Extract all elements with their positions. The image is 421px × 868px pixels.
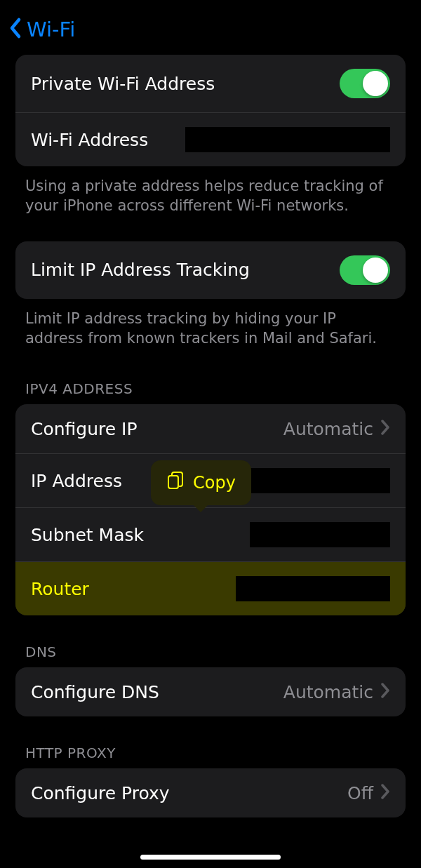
proxy-section-header: HTTP PROXY [15, 716, 406, 768]
chevron-right-icon [380, 683, 390, 701]
chevron-right-icon [380, 420, 390, 438]
configure-proxy-row[interactable]: Configure Proxy Off [15, 768, 406, 817]
copy-popover[interactable]: Copy [151, 460, 251, 505]
tracking-group: Limit IP Address Tracking [15, 241, 406, 299]
private-wifi-address-label: Private Wi-Fi Address [31, 74, 215, 94]
ipv4-section-header: IPV4 ADDRESS [15, 348, 406, 404]
limit-ip-tracking-label: Limit IP Address Tracking [31, 260, 250, 280]
dns-group: Configure DNS Automatic [15, 667, 406, 716]
home-indicator[interactable] [140, 855, 281, 860]
svg-rect-0 [168, 476, 178, 488]
back-button-label[interactable]: Wi-Fi [27, 18, 75, 41]
subnet-mask-row[interactable]: Subnet Mask [15, 507, 406, 561]
configure-ip-row[interactable]: Configure IP Automatic [15, 404, 406, 453]
chevron-right-icon [380, 784, 390, 802]
privacy-group: Private Wi-Fi Address Wi-Fi Address [15, 55, 406, 166]
nav-network-name [79, 18, 410, 41]
limit-ip-tracking-footer: Limit IP address tracking by hiding your… [15, 299, 406, 349]
router-label: Router [31, 579, 89, 599]
configure-proxy-value: Off [347, 783, 373, 803]
configure-dns-row[interactable]: Configure DNS Automatic [15, 667, 406, 716]
copy-label: Copy [193, 473, 236, 493]
private-wifi-address-row: Private Wi-Fi Address [15, 55, 406, 112]
configure-ip-value: Automatic [283, 419, 373, 439]
toggle-knob [363, 258, 388, 283]
subnet-mask-label: Subnet Mask [31, 525, 144, 545]
proxy-group: Configure Proxy Off [15, 768, 406, 817]
configure-ip-label: Configure IP [31, 419, 138, 439]
wifi-address-row[interactable]: Wi-Fi Address [15, 112, 406, 166]
wifi-address-label: Wi-Fi Address [31, 130, 148, 150]
router-value [236, 576, 390, 601]
redacted-title [164, 18, 326, 41]
nav-bar: Wi-Fi [0, 0, 421, 55]
ipv4-group: Configure IP Automatic IP Address Subnet… [15, 404, 406, 615]
configure-dns-label: Configure DNS [31, 682, 159, 702]
configure-proxy-label: Configure Proxy [31, 783, 170, 803]
wifi-address-value [185, 127, 390, 152]
subnet-mask-value [250, 522, 390, 547]
dns-section-header: DNS [15, 615, 406, 667]
configure-dns-value: Automatic [283, 682, 373, 702]
back-chevron-icon[interactable] [8, 17, 22, 42]
router-row[interactable]: Router [15, 561, 406, 615]
limit-ip-tracking-toggle[interactable] [340, 255, 390, 285]
private-address-footer: Using a private address helps reduce tra… [15, 166, 406, 216]
ip-address-label: IP Address [31, 471, 122, 491]
limit-ip-tracking-row: Limit IP Address Tracking [15, 241, 406, 299]
private-wifi-address-toggle[interactable] [340, 69, 390, 98]
copy-icon [166, 471, 185, 495]
toggle-knob [363, 71, 388, 96]
